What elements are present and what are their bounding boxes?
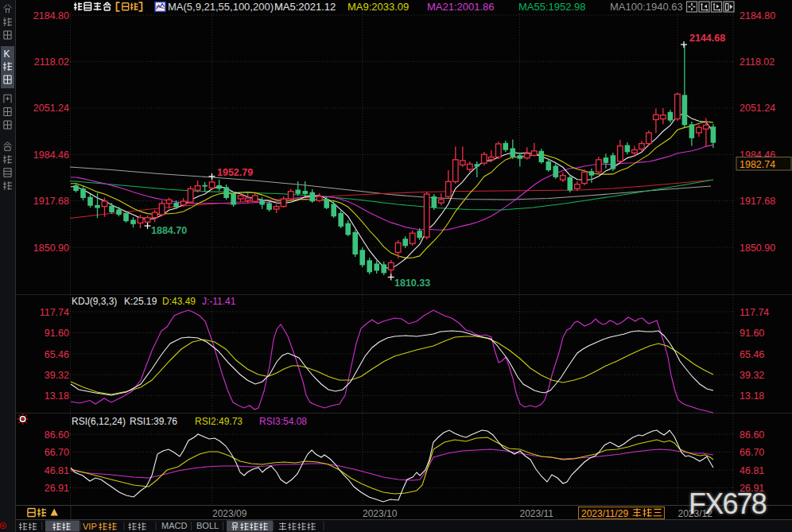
svg-text:2118.02: 2118.02 xyxy=(740,56,775,68)
svg-text:2118.02: 2118.02 xyxy=(34,56,69,68)
svg-text:65.46: 65.46 xyxy=(740,349,764,360)
svg-text:91.60: 91.60 xyxy=(45,328,69,339)
svg-text:2144.68: 2144.68 xyxy=(689,33,725,44)
svg-text:1810.33: 1810.33 xyxy=(394,278,430,289)
svg-text:91.60: 91.60 xyxy=(740,328,764,339)
svg-text:D:43.49: D:43.49 xyxy=(162,296,196,307)
svg-text:117.74: 117.74 xyxy=(740,307,769,318)
svg-text:26.91: 26.91 xyxy=(45,483,69,494)
svg-text:K:25.19: K:25.19 xyxy=(124,296,157,307)
svg-text:BOLL: BOLL xyxy=(196,521,219,530)
svg-text:66.70: 66.70 xyxy=(45,447,69,458)
svg-text:86.60: 86.60 xyxy=(45,429,69,441)
svg-text:2023/11/29: 2023/11/29 xyxy=(581,508,628,519)
svg-text:RSI2:49.73: RSI2:49.73 xyxy=(195,416,243,427)
svg-text:86.60: 86.60 xyxy=(740,429,764,441)
svg-text:1917.68: 1917.68 xyxy=(740,196,775,207)
svg-text:MA(5,9,21,55,100,200): MA(5,9,21,55,100,200) xyxy=(168,1,274,13)
svg-text:2051.24: 2051.24 xyxy=(740,103,775,114)
svg-text:MA9:2033.09: MA9:2033.09 xyxy=(347,1,409,13)
svg-text:46.81: 46.81 xyxy=(45,465,69,476)
svg-text:39.32: 39.32 xyxy=(740,370,764,381)
svg-text:117.74: 117.74 xyxy=(40,307,69,318)
svg-text:2023/11: 2023/11 xyxy=(520,508,554,519)
svg-text:13.18: 13.18 xyxy=(740,390,764,402)
svg-text:VIP: VIP xyxy=(83,522,97,531)
svg-text:2184.80: 2184.80 xyxy=(740,10,775,21)
svg-text:66.70: 66.70 xyxy=(740,447,764,458)
svg-text:RSI(6,12,24): RSI(6,12,24) xyxy=(72,416,126,427)
svg-text:1982.74: 1982.74 xyxy=(740,159,775,170)
svg-text:MA100:1940.63: MA100:1940.63 xyxy=(610,1,683,13)
svg-text:KDJ(9,3,3): KDJ(9,3,3) xyxy=(72,296,117,307)
svg-text:MA5:2021.12: MA5:2021.12 xyxy=(274,1,336,13)
svg-text:2051.24: 2051.24 xyxy=(33,103,69,114)
svg-text:RSI3:54.08: RSI3:54.08 xyxy=(259,416,307,427)
svg-text:MA21:2001.86: MA21:2001.86 xyxy=(427,1,495,13)
svg-text:13.18: 13.18 xyxy=(45,390,69,402)
svg-text:1952.79: 1952.79 xyxy=(217,167,253,178)
svg-text:2023/09: 2023/09 xyxy=(212,508,247,519)
svg-text:65.46: 65.46 xyxy=(45,349,69,360)
svg-text:2184.80: 2184.80 xyxy=(33,10,69,21)
svg-text:46.81: 46.81 xyxy=(740,465,764,476)
svg-text:FX678: FX678 xyxy=(689,487,767,520)
svg-text:MA55:1952.98: MA55:1952.98 xyxy=(518,1,586,13)
svg-text:RSI1:39.76: RSI1:39.76 xyxy=(130,416,177,427)
svg-text:1850.90: 1850.90 xyxy=(740,243,775,254)
svg-text:K: K xyxy=(4,49,10,60)
svg-text:MACD: MACD xyxy=(161,521,187,530)
svg-text:1917.68: 1917.68 xyxy=(33,196,69,207)
svg-text:1850.90: 1850.90 xyxy=(33,243,69,254)
svg-text:2023/10: 2023/10 xyxy=(363,508,398,519)
svg-text:1984.46: 1984.46 xyxy=(33,150,69,161)
svg-text:1884.70: 1884.70 xyxy=(151,225,187,236)
svg-text:J:-11.41: J:-11.41 xyxy=(202,296,236,307)
svg-text:39.32: 39.32 xyxy=(45,370,69,381)
